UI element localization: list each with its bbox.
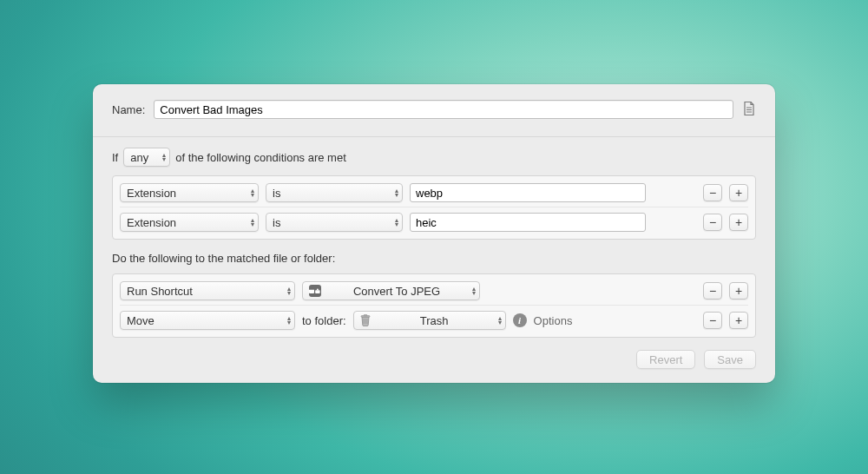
name-label: Name: [112, 103, 145, 116]
chevron-updown-icon: ▴▾ [472, 286, 476, 295]
footer: Revert Save [112, 350, 756, 369]
action-type-select[interactable]: Run Shortcut ▴▾ [120, 281, 295, 300]
divider [93, 136, 775, 137]
quantifier-select[interactable]: any ▴▾ [123, 148, 170, 167]
condition-row: Extension ▴▾ is ▴▾ − + [120, 181, 748, 205]
chevron-updown-icon: ▴▾ [287, 316, 291, 325]
svg-rect-0 [315, 290, 319, 293]
folder-value: Trash [420, 314, 449, 327]
remove-action-button[interactable]: − [703, 282, 722, 300]
condition-attribute-select[interactable]: Extension ▴▾ [120, 213, 259, 232]
svg-point-1 [317, 288, 319, 290]
add-action-button[interactable]: + [729, 312, 748, 329]
chevron-updown-icon: ▴▾ [395, 218, 398, 227]
trash-icon [360, 314, 371, 326]
actions-box: Run Shortcut ▴▾ Convert To JPEG ▴▾ − + M… [112, 273, 756, 338]
chevron-updown-icon: ▴▾ [251, 188, 254, 197]
actions-label: Do the following to the matched file or … [112, 252, 756, 265]
condition-attribute-select[interactable]: Extension ▴▾ [120, 183, 259, 202]
if-suffix: of the following conditions are met [175, 151, 346, 164]
shortcut-icon [309, 285, 321, 297]
remove-action-button[interactable]: − [703, 312, 722, 329]
name-input[interactable] [154, 100, 733, 119]
to-folder-label: to folder: [302, 314, 346, 327]
rule-editor-window: Name: If any ▴▾ of the following conditi… [93, 84, 775, 383]
condition-row: Extension ▴▾ is ▴▾ − + [120, 207, 748, 234]
condition-operator-value: is [273, 187, 280, 200]
chevron-updown-icon: ▴▾ [251, 218, 254, 227]
info-icon[interactable]: i [513, 313, 527, 327]
quantifier-value: any [130, 151, 148, 164]
condition-operator-value: is [273, 216, 280, 229]
action-type-select[interactable]: Move ▴▾ [120, 311, 295, 330]
chevron-updown-icon: ▴▾ [395, 188, 398, 197]
svg-rect-3 [364, 314, 367, 315]
condition-value-input[interactable] [410, 213, 646, 232]
revert-button[interactable]: Revert [636, 350, 695, 369]
chevron-updown-icon: ▴▾ [162, 153, 166, 161]
save-button[interactable]: Save [704, 350, 756, 369]
condition-attribute-value: Extension [127, 216, 176, 229]
chevron-updown-icon: ▴▾ [287, 286, 291, 295]
remove-condition-button[interactable]: − [703, 184, 722, 201]
conditions-box: Extension ▴▾ is ▴▾ − + Extension ▴▾ is ▴… [112, 175, 756, 240]
if-prefix: If [112, 151, 118, 164]
if-row: If any ▴▾ of the following conditions ar… [112, 148, 756, 167]
condition-value-input[interactable] [410, 183, 646, 202]
condition-attribute-value: Extension [127, 187, 176, 200]
document-icon[interactable] [742, 101, 756, 119]
folder-select[interactable]: Trash ▴▾ [353, 311, 506, 330]
add-condition-button[interactable]: + [729, 184, 748, 201]
add-action-button[interactable]: + [729, 282, 748, 300]
action-type-value: Move [127, 314, 155, 327]
action-type-value: Run Shortcut [127, 285, 193, 298]
action-row: Run Shortcut ▴▾ Convert To JPEG ▴▾ − + [120, 279, 748, 303]
shortcut-select[interactable]: Convert To JPEG ▴▾ [302, 281, 480, 300]
name-row: Name: [112, 100, 756, 119]
options-label[interactable]: Options [534, 314, 573, 327]
condition-operator-select[interactable]: is ▴▾ [266, 213, 403, 232]
shortcut-value: Convert To JPEG [353, 285, 440, 298]
action-row: Move ▴▾ to folder: Trash ▴▾ i Options − … [120, 305, 748, 332]
add-condition-button[interactable]: + [729, 214, 748, 231]
condition-operator-select[interactable]: is ▴▾ [266, 183, 403, 202]
chevron-updown-icon: ▴▾ [498, 316, 502, 325]
remove-condition-button[interactable]: − [703, 214, 722, 231]
